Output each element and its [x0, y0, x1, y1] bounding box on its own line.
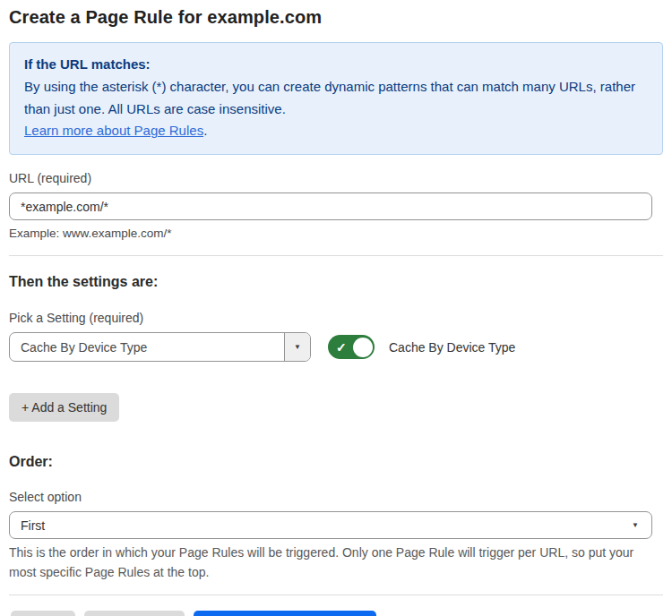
cancel-button[interactable]: Cancel	[11, 611, 75, 616]
chevron-down-icon: ▼	[632, 522, 639, 529]
select-option-label: Select option	[9, 490, 663, 504]
save-as-draft-button[interactable]: Save as Draft	[84, 611, 185, 616]
url-example-helper: Example: www.example.com/*	[9, 227, 663, 240]
link-suffix: .	[203, 123, 207, 138]
add-setting-button[interactable]: + Add a Setting	[9, 393, 119, 422]
cache-by-device-toggle[interactable]: ✓	[328, 335, 375, 359]
page-title: Create a Page Rule for example.com	[9, 7, 663, 28]
check-icon: ✓	[336, 340, 347, 353]
toggle-label: Cache By Device Type	[389, 340, 515, 355]
setting-row: Cache By Device Type ▼ ✓ Cache By Device…	[9, 332, 663, 362]
info-box-link-line: Learn more about Page Rules.	[24, 120, 648, 142]
url-input[interactable]	[9, 192, 652, 220]
setting-select-value: Cache By Device Type	[10, 333, 284, 361]
url-match-info-box: If the URL matches: By using the asteris…	[9, 42, 663, 155]
info-box-heading: If the URL matches:	[24, 54, 648, 76]
learn-more-link[interactable]: Learn more about Page Rules	[24, 123, 203, 138]
settings-section-heading: Then the settings are:	[9, 274, 663, 290]
save-and-deploy-button[interactable]: Save and Deploy Page Rule	[194, 611, 376, 616]
footer-actions: Cancel Save as Draft Save and Deploy Pag…	[9, 611, 663, 616]
pick-setting-label: Pick a Setting (required)	[9, 311, 663, 325]
create-page-rule-form: Create a Page Rule for example.com If th…	[0, 0, 672, 616]
footer-divider	[9, 595, 663, 595]
order-section-heading: Order:	[9, 454, 663, 470]
chevron-down-icon: ▼	[294, 344, 301, 351]
setting-select-arrow-button[interactable]: ▼	[284, 333, 310, 361]
order-select-value: First	[21, 518, 632, 533]
info-box-body: By using the asterisk (*) character, you…	[24, 76, 648, 121]
order-select[interactable]: First ▼	[9, 511, 652, 539]
url-field-label: URL (required)	[9, 171, 663, 185]
toggle-knob	[353, 338, 373, 357]
setting-select[interactable]: Cache By Device Type ▼	[9, 332, 311, 362]
order-helper-text: This is the order in which your Page Rul…	[9, 543, 658, 582]
section-divider	[9, 255, 663, 256]
